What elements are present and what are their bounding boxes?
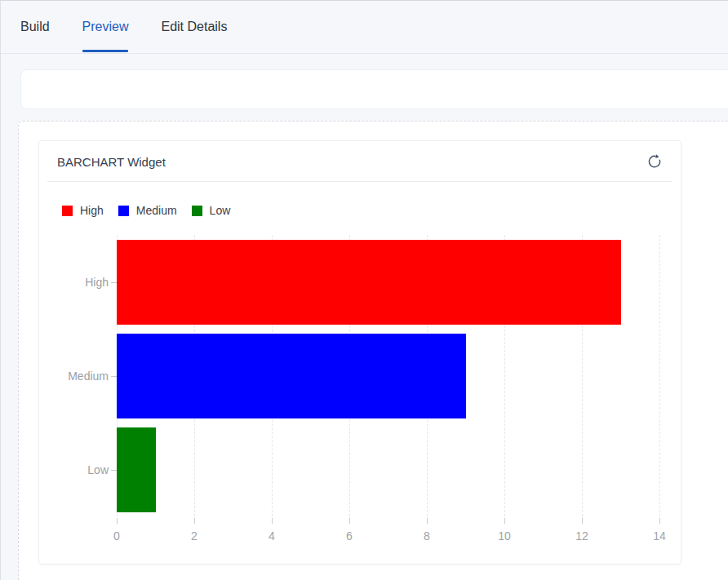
y-axis-tick — [111, 376, 117, 377]
x-axis-tick-label: 10 — [480, 529, 529, 542]
preview-panel: BARCHART Widget HighMediumLow 0246810121… — [18, 121, 728, 580]
y-axis-tick — [111, 282, 117, 283]
y-axis-label-high: High — [39, 275, 109, 290]
bar-high[interactable] — [117, 240, 621, 325]
x-axis-tick-label: 12 — [557, 529, 606, 542]
tab-preview[interactable]: Preview — [82, 1, 129, 53]
y-axis-label-low: Low — [39, 463, 109, 477]
active-tab-underline — [82, 50, 129, 52]
x-axis-tick — [582, 518, 583, 524]
y-axis-tick — [111, 470, 117, 471]
x-axis-tick — [272, 518, 273, 524]
bar-medium[interactable] — [117, 334, 466, 418]
tab-bar: BuildPreviewEdit Details — [1, 1, 728, 54]
x-axis-tick-label: 4 — [247, 529, 296, 542]
bar-low[interactable] — [117, 427, 156, 512]
x-axis-tick — [194, 518, 195, 524]
x-axis-tick — [659, 518, 660, 524]
app-window: BuildPreviewEdit Details BARCHART Widget… — [0, 0, 728, 580]
x-axis-tick-label: 0 — [92, 529, 141, 542]
bar-chart: 02468101214HighMediumLow — [39, 141, 681, 564]
x-gridline — [659, 235, 660, 516]
widget-card: BARCHART Widget HighMediumLow 0246810121… — [38, 140, 681, 565]
toolbar-strip — [20, 69, 728, 109]
x-axis-tick — [117, 518, 118, 524]
x-axis-tick — [349, 518, 350, 524]
tab-edit-details[interactable]: Edit Details — [161, 1, 227, 53]
x-axis-tick-label: 2 — [170, 529, 219, 542]
x-axis-tick-label: 8 — [402, 529, 451, 542]
tab-build[interactable]: Build — [20, 1, 50, 53]
x-axis-tick — [504, 518, 505, 524]
x-axis-tick — [427, 518, 428, 524]
y-axis-label-medium: Medium — [39, 369, 109, 383]
x-axis-tick-label: 14 — [635, 529, 684, 542]
x-axis-tick-label: 6 — [325, 529, 374, 542]
